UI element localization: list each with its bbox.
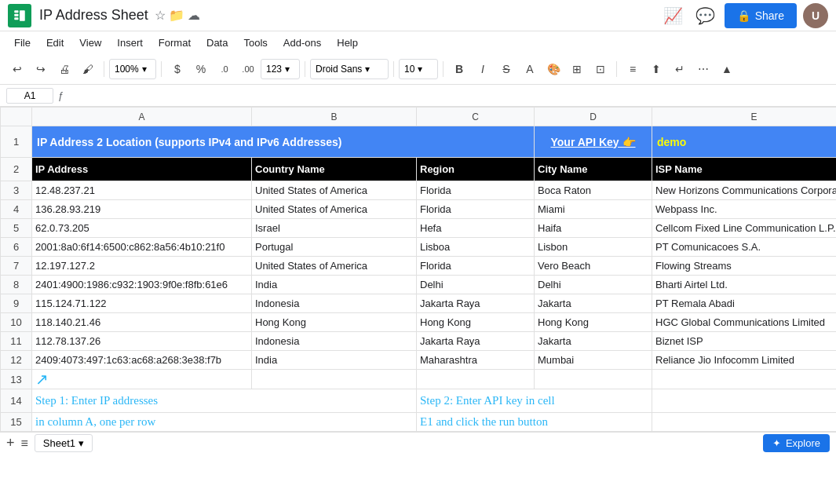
menu-addons[interactable]: Add-ons <box>277 34 327 52</box>
cell-c8[interactable]: Delhi <box>417 276 535 294</box>
col-header-e[interactable]: E <box>652 108 837 126</box>
menu-tools[interactable]: Tools <box>237 34 273 52</box>
cell-a7[interactable]: 12.197.127.2 <box>32 257 252 276</box>
cell-b11[interactable]: Indonesia <box>252 332 417 351</box>
add-sheet-button[interactable]: + <box>6 435 15 451</box>
merge-button[interactable]: ⊡ <box>590 58 611 80</box>
explore-button[interactable]: ✦ Explore <box>763 434 830 452</box>
folder-icon[interactable]: 📁 <box>169 8 184 23</box>
borders-button[interactable]: ⊞ <box>566 58 588 80</box>
menu-view[interactable]: View <box>73 34 108 52</box>
cell-e6[interactable]: PT Comunicacoes S.A. <box>652 238 837 257</box>
cell-b2[interactable]: Country Name <box>252 158 417 181</box>
cell-a3[interactable]: 12.48.237.21 <box>32 181 252 200</box>
format-num-dropdown[interactable]: 123 ▾ <box>261 59 300 79</box>
sheet-tab-1[interactable]: Sheet1 ▾ <box>35 434 93 452</box>
cell-c12[interactable]: Maharashtra <box>417 351 535 370</box>
cell-a11[interactable]: 112.78.137.26 <box>32 332 252 351</box>
cell-a6[interactable]: 2001:8a0:6f14:6500:c862:8a56:4b10:21f0 <box>32 238 252 257</box>
strikethrough-button[interactable]: S <box>495 58 517 80</box>
cell-d4[interactable]: Miami <box>535 200 652 219</box>
cell-d5[interactable]: Haifa <box>535 219 652 238</box>
cell-b4[interactable]: United States of America <box>252 200 417 219</box>
cell-b6[interactable]: Portugal <box>252 238 417 257</box>
cell-e1[interactable]: demo RUN <box>652 126 837 158</box>
cell-c11[interactable]: Jakarta Raya <box>417 332 535 351</box>
cell-a2[interactable]: IP Address <box>32 158 252 181</box>
cell-d6[interactable]: Lisbon <box>535 238 652 257</box>
grid-wrapper[interactable]: A B C D E 1 IP Address 2 Location (suppo… <box>0 107 836 432</box>
col-header-d[interactable]: D <box>535 108 652 126</box>
cloud-icon[interactable]: ☁ <box>188 8 200 23</box>
cell-c10[interactable]: Hong Kong <box>417 313 535 332</box>
menu-format[interactable]: Format <box>152 34 197 52</box>
font-dropdown[interactable]: Droid Sans ▾ <box>310 59 389 79</box>
align-left-button[interactable]: ≡ <box>622 58 644 80</box>
cell-d10[interactable]: Hong Kong <box>535 313 652 332</box>
cell-e8[interactable]: Bharti Airtel Ltd. <box>652 276 837 294</box>
collapse-button[interactable]: ▲ <box>716 58 738 80</box>
menu-data[interactable]: Data <box>200 34 234 52</box>
cell-c7[interactable]: Florida <box>417 257 535 276</box>
cell-e5[interactable]: Cellcom Fixed Line Communication L.P. <box>652 219 837 238</box>
paint-format-button[interactable]: 🖌 <box>77 58 99 80</box>
cell-e12[interactable]: Reliance Jio Infocomm Limited <box>652 351 837 370</box>
col-header-c[interactable]: C <box>417 108 535 126</box>
cell-c9[interactable]: Jakarta Raya <box>417 294 535 313</box>
cell-a4[interactable]: 136.28.93.219 <box>32 200 252 219</box>
cell-d3[interactable]: Boca Raton <box>535 181 652 200</box>
more-button[interactable]: ⋯ <box>692 58 714 80</box>
cell-d11[interactable]: Jakarta <box>535 332 652 351</box>
sheet-dropdown-icon[interactable]: ▾ <box>78 437 84 449</box>
cell-d8[interactable]: Delhi <box>535 276 652 294</box>
cell-e2[interactable]: ISP Name <box>652 158 837 181</box>
cell-e9[interactable]: PT Remala Abadi <box>652 294 837 313</box>
cell-reference-input[interactable] <box>6 88 53 104</box>
cell-a9[interactable]: 115.124.71.122 <box>32 294 252 313</box>
menu-insert[interactable]: Insert <box>111 34 149 52</box>
menu-file[interactable]: File <box>8 34 37 52</box>
cell-e4[interactable]: Webpass Inc. <box>652 200 837 219</box>
comment-icon[interactable]: 💬 <box>692 3 718 28</box>
cell-b9[interactable]: Indonesia <box>252 294 417 313</box>
formula-input[interactable] <box>68 89 830 101</box>
menu-help[interactable]: Help <box>330 34 364 52</box>
cell-e11[interactable]: Biznet ISP <box>652 332 837 351</box>
menu-edit[interactable]: Edit <box>40 34 70 52</box>
cell-b12[interactable]: India <box>252 351 417 370</box>
highlight-button[interactable]: 🎨 <box>542 58 564 80</box>
cell-e3[interactable]: New Horizons Communications Corporation <box>652 181 837 200</box>
text-color-button[interactable]: A <box>519 58 541 80</box>
share-button[interactable]: 🔒 Share <box>725 3 797 28</box>
cell-c6[interactable]: Lisboa <box>417 238 535 257</box>
col-header-b[interactable]: B <box>252 108 417 126</box>
cell-b10[interactable]: Hong Kong <box>252 313 417 332</box>
wrap-button[interactable]: ↵ <box>669 58 691 80</box>
cell-d1[interactable]: Your API Key 👉 <box>535 126 652 158</box>
decimal-more-button[interactable]: .00 <box>237 58 259 80</box>
star-icon[interactable]: ☆ <box>155 8 166 23</box>
cell-b8[interactable]: India <box>252 276 417 294</box>
cell-b3[interactable]: United States of America <box>252 181 417 200</box>
zoom-dropdown[interactable]: 100% ▾ <box>109 59 156 79</box>
cell-a8[interactable]: 2401:4900:1986:c932:1903:9f0e:f8fb:61e6 <box>32 276 252 294</box>
cell-b5[interactable]: Israel <box>252 219 417 238</box>
cell-c2[interactable]: Region <box>417 158 535 181</box>
redo-button[interactable]: ↪ <box>30 58 52 80</box>
currency-button[interactable]: $ <box>166 58 188 80</box>
cell-e7[interactable]: Flowing Streams <box>652 257 837 276</box>
cell-a1[interactable]: IP Address 2 Location (supports IPv4 and… <box>32 126 535 158</box>
cell-d12[interactable]: Mumbai <box>535 351 652 370</box>
avatar[interactable]: U <box>803 3 828 28</box>
valign-button[interactable]: ⬆ <box>645 58 667 80</box>
cell-d2[interactable]: City Name <box>535 158 652 181</box>
cell-d9[interactable]: Jakarta <box>535 294 652 313</box>
percent-button[interactable]: % <box>190 58 212 80</box>
col-header-a[interactable]: A <box>32 108 252 126</box>
cell-c4[interactable]: Florida <box>417 200 535 219</box>
italic-button[interactable]: I <box>472 58 494 80</box>
cell-c3[interactable]: Florida <box>417 181 535 200</box>
cell-a12[interactable]: 2409:4073:497:1c63:ac68:a268:3e38:f7b <box>32 351 252 370</box>
undo-button[interactable]: ↩ <box>6 58 28 80</box>
font-size-dropdown[interactable]: 10 ▾ <box>399 59 438 79</box>
